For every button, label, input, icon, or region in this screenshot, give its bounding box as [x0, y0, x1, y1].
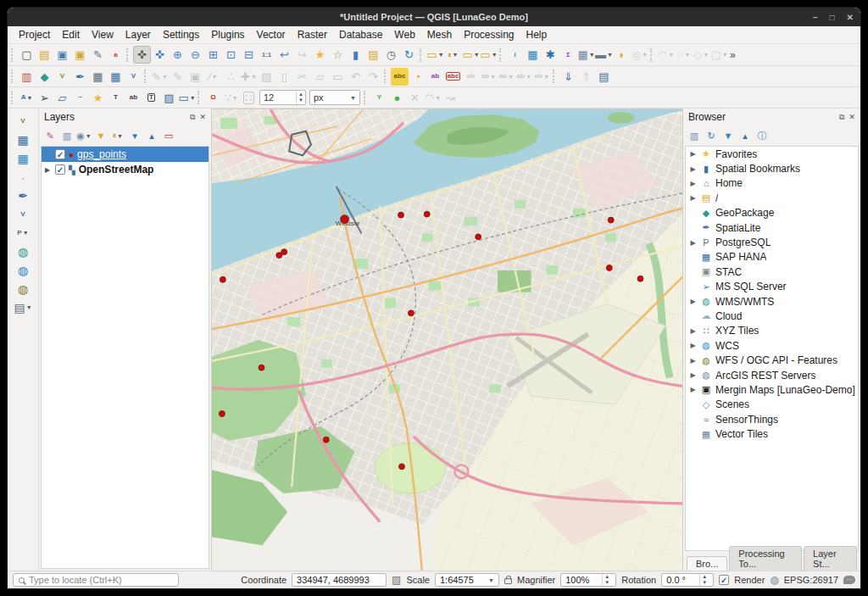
title-bar[interactable]: *Untitled Project — QGIS [LunaGeo Demo] …	[8, 8, 860, 26]
open-layer-styling-icon[interactable]: ✎	[42, 128, 58, 143]
spinner-arrows-icon[interactable]: ▲▼	[296, 92, 305, 103]
browser-item-wms-wmts[interactable]: ▶◍WMS/WMTS	[686, 294, 858, 309]
browser-item-stac[interactable]: ▣STAC	[686, 265, 858, 279]
add-record-icon[interactable]: ∴	[222, 68, 240, 86]
pan-map-icon[interactable]: ✜	[133, 46, 151, 64]
render-checkbox[interactable]: ✓	[719, 575, 729, 585]
toolbar-grip[interactable]	[553, 70, 557, 83]
dock-tab-2[interactable]: Layer St...	[804, 546, 857, 571]
picture-annotation-icon[interactable]: ▨	[160, 89, 178, 107]
remove-layer-icon[interactable]: ▭	[161, 128, 176, 143]
add-wfs-layer-icon[interactable]: ◍	[14, 280, 32, 298]
marker-annotation-icon[interactable]: ★	[89, 89, 107, 107]
toolbar-grip[interactable]	[198, 91, 202, 104]
nominatim-search-icon[interactable]: ◎▼	[631, 46, 648, 64]
upload-project-icon[interactable]: ⇑	[577, 68, 595, 86]
gps-point[interactable]	[637, 276, 643, 281]
menu-item-settings[interactable]: Settings	[157, 27, 205, 42]
new-annotation-layer-icon[interactable]: A▼	[18, 89, 36, 107]
zoom-in-icon[interactable]: ⊕	[169, 46, 186, 64]
map-canvas[interactable]: Windsor	[212, 109, 682, 571]
menu-item-mesh[interactable]: Mesh	[421, 27, 458, 42]
extents-icon[interactable]: ▧	[392, 574, 401, 586]
toolbar-overflow-icon[interactable]: »	[730, 49, 736, 61]
menu-item-processing[interactable]: Processing	[458, 27, 520, 42]
zoom-to-layer-icon[interactable]: ⊟	[240, 46, 258, 64]
current-edits-icon[interactable]: ✎▼	[151, 68, 169, 86]
topological-editing-icon[interactable]: Y	[370, 89, 388, 107]
zoom-to-selection-icon[interactable]: ⊡	[222, 46, 240, 64]
layer-labeling-icon[interactable]: abc	[391, 68, 409, 86]
spinner-arrows-icon[interactable]: ▲▼	[602, 574, 611, 585]
processing-toolbox-icon[interactable]: ✱	[542, 46, 559, 64]
toolbar-grip[interactable]	[499, 48, 504, 62]
zoom-native-icon[interactable]: 1:1	[258, 46, 275, 64]
deselect-features-icon[interactable]: ▭▼	[462, 46, 480, 64]
layer-visibility-checkbox[interactable]: ✓	[55, 149, 65, 159]
menu-item-project[interactable]: Project	[13, 27, 56, 42]
snapping-toggle-icon[interactable]: Ω	[204, 89, 222, 107]
browser-item-vector-tiles[interactable]: ▦Vector Tiles	[686, 426, 858, 441]
browser-item-ms-sql-server[interactable]: ➢MS SQL Server	[686, 280, 858, 294]
tracing-icon[interactable]: ◠▼	[424, 89, 442, 107]
browser-item-geopackage[interactable]: ◆GeoPackage	[686, 206, 858, 220]
toolbar-grip[interactable]	[650, 48, 654, 62]
menu-item-view[interactable]: View	[86, 27, 120, 42]
rotate-label-icon[interactable]: ab▼	[498, 68, 515, 86]
expander-icon[interactable]: ▶	[689, 371, 697, 379]
new-spatialite-icon[interactable]: ✒	[71, 68, 89, 86]
zoom-full-icon[interactable]: ⊞	[204, 46, 222, 64]
db-manager-icon[interactable]: ▤	[595, 68, 613, 86]
gps-point[interactable]	[399, 464, 405, 470]
panel-float-icon[interactable]: ⧉	[190, 113, 195, 122]
browser-item-spatialite[interactable]: ✒SpatiaLite	[686, 220, 858, 235]
add-postgis-layer-icon[interactable]: P▼	[14, 224, 32, 242]
new-project-icon[interactable]: ▢	[18, 46, 36, 64]
bookmark-manager-icon[interactable]: ▤	[364, 46, 382, 64]
new-shapefile-icon[interactable]: V	[53, 68, 71, 86]
copy-features-icon[interactable]: ▱	[311, 68, 329, 86]
pan-to-selection-icon[interactable]: ✜	[151, 46, 169, 64]
delete-selected-icon[interactable]: ▯	[275, 68, 293, 86]
gps-point[interactable]	[408, 310, 414, 316]
add-raster-layer-icon[interactable]: ▦	[14, 131, 32, 148]
gps-point[interactable]	[220, 276, 225, 282]
coordinate-field[interactable]: 334947, 4689993	[292, 573, 387, 587]
browser-item-wcs[interactable]: ▶◍WCS	[686, 338, 858, 353]
menu-item-layer[interactable]: Layer	[120, 27, 157, 42]
annotation-tool-1-icon[interactable]: ◠▼	[657, 46, 675, 64]
browser-item-wfs-ogc-api-features[interactable]: ▶◍WFS / OGC API - Features	[686, 353, 858, 367]
map-tips-icon[interactable]: ◗	[613, 46, 631, 64]
attribute-table-icon[interactable]: ▦▼	[577, 46, 595, 64]
expander-icon[interactable]: ▶	[689, 357, 697, 365]
annotation-tool-2-icon[interactable]: ○▼	[675, 46, 693, 64]
gps-point[interactable]	[281, 249, 287, 255]
browser-item-arcgis-rest-servers[interactable]: ▶◍ArcGIS REST Servers	[686, 368, 858, 382]
dock-tab-0[interactable]: Bro...	[687, 556, 727, 571]
toolbar-grip[interactable]	[384, 70, 388, 83]
highlight-labels-icon[interactable]: abc	[444, 68, 462, 86]
refresh-browser-icon[interactable]: ↻	[704, 128, 719, 143]
menu-item-database[interactable]: Database	[333, 27, 388, 42]
close-button[interactable]: ✕	[847, 13, 854, 22]
layer-item-gps_points[interactable]: ✓●gps_points	[42, 147, 209, 162]
polygon-annotation-icon[interactable]: ▱	[53, 89, 71, 107]
dock-tab-1[interactable]: Processing To...	[729, 546, 802, 571]
new-mesh-icon[interactable]: ▦	[107, 68, 125, 86]
magnifier-spinbox[interactable]: 100% ▲▼	[560, 573, 616, 587]
browser-item-scenes[interactable]: ◇Scenes	[686, 398, 858, 412]
toolbar-grip[interactable]	[11, 70, 15, 83]
sum-features-icon[interactable]: Σ	[559, 46, 577, 64]
browser-item-cloud[interactable]: ☁Cloud	[686, 309, 858, 323]
add-mesh-layer-icon[interactable]: ▦	[14, 149, 32, 167]
browser-item-favorites[interactable]: ▶★Favorites	[686, 147, 858, 161]
menu-item-help[interactable]: Help	[520, 27, 554, 42]
change-label-icon[interactable]: ab▼	[515, 68, 533, 86]
html-annotation-icon[interactable]: ab	[125, 89, 142, 107]
expand-all-icon[interactable]: ▾	[127, 128, 142, 143]
toolbar-grip[interactable]	[144, 70, 148, 83]
data-source-manager-icon[interactable]: ▥	[18, 68, 36, 86]
vertex-tool-icon[interactable]: ✚▼	[240, 68, 258, 86]
spinner-arrows-icon[interactable]: ▲▼	[699, 574, 709, 585]
new-geopackage-icon[interactable]: ◆	[36, 68, 53, 86]
